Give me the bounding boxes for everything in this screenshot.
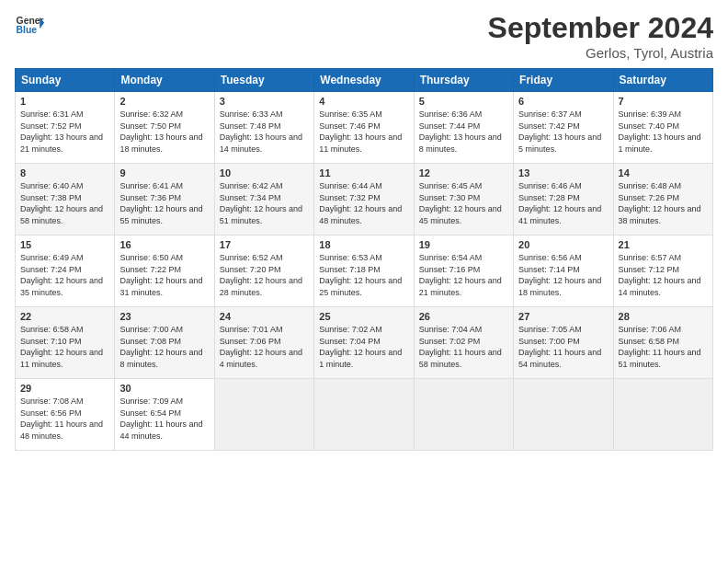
col-friday: Friday [514, 69, 613, 92]
day-info: Sunrise: 6:49 AMSunset: 7:24 PMDaylight:… [20, 252, 109, 298]
day-info: Sunrise: 6:36 AMSunset: 7:44 PMDaylight:… [419, 109, 508, 155]
table-row: 1Sunrise: 6:31 AMSunset: 7:52 PMDaylight… [16, 92, 115, 164]
day-info: Sunrise: 7:06 AMSunset: 6:58 PMDaylight:… [619, 324, 708, 370]
day-info: Sunrise: 6:31 AMSunset: 7:52 PMDaylight:… [20, 109, 109, 155]
day-number: 1 [20, 96, 109, 107]
table-row: 11Sunrise: 6:44 AMSunset: 7:32 PMDayligh… [314, 164, 414, 236]
table-row: 25Sunrise: 7:02 AMSunset: 7:04 PMDayligh… [314, 307, 414, 379]
day-number: 19 [419, 239, 508, 250]
location: Gerlos, Tyrol, Austria [488, 45, 713, 61]
col-monday: Monday [115, 69, 214, 92]
table-row: 27Sunrise: 7:05 AMSunset: 7:00 PMDayligh… [514, 307, 613, 379]
day-number: 13 [518, 167, 608, 178]
day-info: Sunrise: 7:02 AMSunset: 7:04 PMDaylight:… [319, 324, 408, 370]
day-number: 16 [119, 239, 209, 250]
table-row: 30Sunrise: 7:09 AMSunset: 6:54 PMDayligh… [115, 379, 214, 451]
col-saturday: Saturday [613, 69, 712, 92]
day-info: Sunrise: 6:41 AMSunset: 7:36 PMDaylight:… [119, 180, 209, 226]
day-info: Sunrise: 6:33 AMSunset: 7:48 PMDaylight:… [220, 109, 309, 155]
day-number: 26 [419, 311, 508, 322]
table-row: 7Sunrise: 6:39 AMSunset: 7:40 PMDaylight… [613, 92, 712, 164]
day-number: 28 [619, 311, 708, 322]
day-info: Sunrise: 6:53 AMSunset: 7:18 PMDaylight:… [319, 252, 408, 298]
day-number: 30 [119, 383, 209, 394]
day-number: 29 [20, 383, 109, 394]
table-row: 21Sunrise: 6:57 AMSunset: 7:12 PMDayligh… [613, 236, 712, 307]
title-block: September 2024 Gerlos, Tyrol, Austria [488, 11, 713, 61]
table-row: 6Sunrise: 6:37 AMSunset: 7:42 PMDaylight… [514, 92, 613, 164]
table-row: 3Sunrise: 6:33 AMSunset: 7:48 PMDaylight… [214, 92, 313, 164]
calendar-week-5: 29Sunrise: 7:08 AMSunset: 6:56 PMDayligh… [16, 379, 713, 451]
day-info: Sunrise: 6:58 AMSunset: 7:10 PMDaylight:… [20, 324, 109, 370]
day-number: 5 [419, 96, 508, 107]
day-number: 3 [220, 96, 309, 107]
logo-icon: General Blue [15, 11, 44, 40]
header-row: Sunday Monday Tuesday Wednesday Thursday… [16, 69, 713, 92]
col-thursday: Thursday [414, 69, 513, 92]
table-row [613, 379, 712, 451]
table-row [514, 379, 613, 451]
day-info: Sunrise: 7:09 AMSunset: 6:54 PMDaylight:… [119, 396, 209, 442]
day-info: Sunrise: 6:32 AMSunset: 7:50 PMDaylight:… [119, 109, 209, 155]
day-number: 6 [518, 96, 608, 107]
day-number: 11 [319, 167, 408, 178]
table-row [214, 379, 313, 451]
day-info: Sunrise: 6:42 AMSunset: 7:34 PMDaylight:… [220, 180, 309, 226]
calendar-week-4: 22Sunrise: 6:58 AMSunset: 7:10 PMDayligh… [16, 307, 713, 379]
logo: General Blue [15, 11, 44, 40]
day-number: 21 [619, 239, 708, 250]
calendar-week-1: 1Sunrise: 6:31 AMSunset: 7:52 PMDaylight… [16, 92, 713, 164]
day-info: Sunrise: 6:48 AMSunset: 7:26 PMDaylight:… [619, 180, 708, 226]
day-info: Sunrise: 6:40 AMSunset: 7:38 PMDaylight:… [20, 180, 109, 226]
table-row: 16Sunrise: 6:50 AMSunset: 7:22 PMDayligh… [115, 236, 214, 307]
day-info: Sunrise: 6:57 AMSunset: 7:12 PMDaylight:… [619, 252, 708, 298]
day-info: Sunrise: 7:05 AMSunset: 7:00 PMDaylight:… [518, 324, 608, 370]
table-row: 17Sunrise: 6:52 AMSunset: 7:20 PMDayligh… [214, 236, 313, 307]
calendar-week-2: 8Sunrise: 6:40 AMSunset: 7:38 PMDaylight… [16, 164, 713, 236]
day-info: Sunrise: 7:04 AMSunset: 7:02 PMDaylight:… [419, 324, 508, 370]
table-row: 22Sunrise: 6:58 AMSunset: 7:10 PMDayligh… [16, 307, 115, 379]
col-wednesday: Wednesday [314, 69, 414, 92]
header: General Blue September 2024 Gerlos, Tyro… [15, 11, 713, 61]
day-info: Sunrise: 6:37 AMSunset: 7:42 PMDaylight:… [518, 109, 608, 155]
day-number: 14 [619, 167, 708, 178]
day-info: Sunrise: 6:54 AMSunset: 7:16 PMDaylight:… [419, 252, 508, 298]
table-row: 4Sunrise: 6:35 AMSunset: 7:46 PMDaylight… [314, 92, 414, 164]
day-number: 7 [619, 96, 708, 107]
table-row: 5Sunrise: 6:36 AMSunset: 7:44 PMDaylight… [414, 92, 513, 164]
day-info: Sunrise: 6:56 AMSunset: 7:14 PMDaylight:… [518, 252, 608, 298]
calendar-week-3: 15Sunrise: 6:49 AMSunset: 7:24 PMDayligh… [16, 236, 713, 307]
day-info: Sunrise: 6:50 AMSunset: 7:22 PMDaylight:… [119, 252, 209, 298]
table-row: 8Sunrise: 6:40 AMSunset: 7:38 PMDaylight… [16, 164, 115, 236]
table-row: 28Sunrise: 7:06 AMSunset: 6:58 PMDayligh… [613, 307, 712, 379]
table-row: 18Sunrise: 6:53 AMSunset: 7:18 PMDayligh… [314, 236, 414, 307]
day-info: Sunrise: 6:44 AMSunset: 7:32 PMDaylight:… [319, 180, 408, 226]
table-row [414, 379, 513, 451]
table-row: 10Sunrise: 6:42 AMSunset: 7:34 PMDayligh… [214, 164, 313, 236]
table-row: 23Sunrise: 7:00 AMSunset: 7:08 PMDayligh… [115, 307, 214, 379]
day-info: Sunrise: 6:39 AMSunset: 7:40 PMDaylight:… [619, 109, 708, 155]
calendar: Sunday Monday Tuesday Wednesday Thursday… [15, 68, 713, 451]
table-row: 15Sunrise: 6:49 AMSunset: 7:24 PMDayligh… [16, 236, 115, 307]
day-number: 10 [220, 167, 309, 178]
day-info: Sunrise: 7:00 AMSunset: 7:08 PMDaylight:… [119, 324, 209, 370]
day-number: 25 [319, 311, 408, 322]
day-info: Sunrise: 6:35 AMSunset: 7:46 PMDaylight:… [319, 109, 408, 155]
day-number: 9 [119, 167, 209, 178]
table-row: 14Sunrise: 6:48 AMSunset: 7:26 PMDayligh… [613, 164, 712, 236]
table-row: 12Sunrise: 6:45 AMSunset: 7:30 PMDayligh… [414, 164, 513, 236]
table-row: 24Sunrise: 7:01 AMSunset: 7:06 PMDayligh… [214, 307, 313, 379]
table-row [314, 379, 414, 451]
table-row: 20Sunrise: 6:56 AMSunset: 7:14 PMDayligh… [514, 236, 613, 307]
day-number: 22 [20, 311, 109, 322]
day-number: 12 [419, 167, 508, 178]
day-info: Sunrise: 7:01 AMSunset: 7:06 PMDaylight:… [220, 324, 309, 370]
table-row: 9Sunrise: 6:41 AMSunset: 7:36 PMDaylight… [115, 164, 214, 236]
day-number: 18 [319, 239, 408, 250]
table-row: 29Sunrise: 7:08 AMSunset: 6:56 PMDayligh… [16, 379, 115, 451]
day-number: 2 [119, 96, 209, 107]
day-info: Sunrise: 6:52 AMSunset: 7:20 PMDaylight:… [220, 252, 309, 298]
col-sunday: Sunday [16, 69, 115, 92]
col-tuesday: Tuesday [214, 69, 313, 92]
day-number: 24 [220, 311, 309, 322]
